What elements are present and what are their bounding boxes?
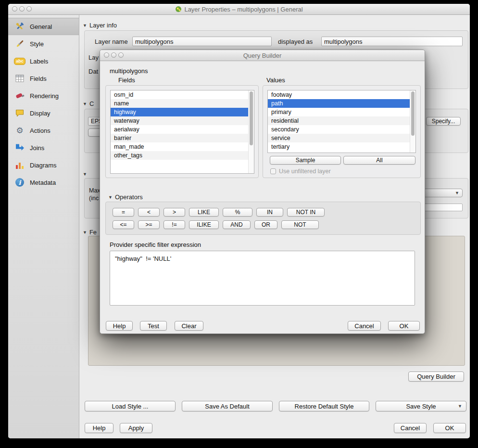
layer-info-section-header[interactable]: ▼ Layer info	[83, 22, 117, 29]
field-list-item[interactable]: other_tags	[111, 151, 248, 160]
field-list-item[interactable]: name	[111, 99, 248, 108]
values-scrollbar[interactable]	[410, 90, 415, 153]
sidebar-item-style[interactable]: Style	[8, 35, 79, 52]
close-button[interactable]	[12, 6, 17, 12]
use-unfiltered-checkbox[interactable]	[270, 168, 276, 174]
all-button[interactable]: All	[343, 156, 415, 165]
dialog-ok-button[interactable]: OK	[388, 321, 420, 331]
operator-not-button[interactable]: NOT	[281, 220, 319, 229]
window-traffic-lights	[12, 6, 32, 12]
bar-chart-icon	[14, 160, 25, 170]
scrollbar-thumb[interactable]	[411, 91, 415, 136]
chevron-down-icon: ▼	[83, 172, 87, 177]
field-list-item[interactable]: barrier	[111, 134, 248, 142]
dialog-title: Query Builder	[243, 52, 281, 59]
save-style-button[interactable]: Save Style ▼	[376, 401, 466, 411]
sidebar-item-label: Fields	[30, 75, 47, 82]
sidebar-item-metadata[interactable]: i Metadata	[8, 174, 79, 191]
help-button[interactable]: Help	[85, 423, 113, 433]
sidebar-item-joins[interactable]: Joins	[8, 139, 79, 156]
value-list-item[interactable]: footway	[268, 90, 410, 99]
operator-in-button[interactable]: IN	[256, 208, 283, 217]
dialog-help-button[interactable]: Help	[106, 321, 133, 331]
restore-default-style-button[interactable]: Restore Default Style	[279, 401, 369, 411]
dialog-titlebar: Query Builder	[100, 50, 425, 61]
desktop: { "window": { "title": "Layer Properties…	[0, 0, 478, 448]
value-list-item[interactable]: primary	[268, 108, 410, 116]
minimize-button[interactable]	[19, 6, 25, 12]
field-list-item[interactable]: waterway	[111, 116, 248, 125]
scale-section-header[interactable]: ▼	[83, 172, 87, 177]
chevron-down-icon: ▼	[83, 23, 87, 28]
operator-percent-button[interactable]: %	[223, 208, 252, 217]
query-builder-button[interactable]: Query Builder	[408, 371, 464, 382]
ok-button[interactable]: OK	[433, 423, 466, 433]
cancel-button[interactable]: Cancel	[394, 423, 427, 433]
dialog-cancel-button[interactable]: Cancel	[348, 321, 381, 331]
field-list-item[interactable]: aerialway	[111, 125, 248, 134]
operators-groupbox: = < > LIKE % IN NOT IN <= >= != ILIKE AN…	[105, 202, 421, 235]
layer-name-input[interactable]	[132, 37, 272, 46]
chevron-down-icon: ▼	[455, 191, 459, 195]
operator-or-button[interactable]: OR	[254, 220, 277, 229]
close-button[interactable]	[104, 52, 109, 58]
features-section-header[interactable]: ▼ Fe	[83, 229, 97, 236]
field-list-item[interactable]: osm_id	[111, 90, 248, 99]
sidebar-item-label: Display	[30, 110, 50, 117]
sample-button[interactable]: Sample	[270, 156, 341, 165]
sidebar-item-fields[interactable]: Fields	[8, 70, 79, 87]
displayed-as-input[interactable]	[321, 37, 463, 46]
value-list-item[interactable]: tertiary	[268, 142, 410, 151]
operator-gte-button[interactable]: >=	[138, 220, 160, 229]
sidebar-item-label: Style	[30, 40, 44, 48]
clear-button[interactable]: Clear	[175, 321, 203, 331]
apply-button[interactable]: Apply	[120, 423, 152, 433]
chevron-down-icon: ▼	[83, 102, 87, 106]
chevron-down-icon: ▼	[83, 230, 87, 235]
sidebar-item-display[interactable]: Display	[8, 104, 79, 122]
zoom-button[interactable]	[26, 6, 32, 12]
operator-neq-button[interactable]: !=	[164, 220, 185, 229]
load-style-button[interactable]: Load Style ...	[85, 401, 176, 411]
window-title: Layer Properties – multipolygons | Gener…	[175, 6, 302, 13]
crs-section-header[interactable]: ▼ C	[83, 100, 94, 107]
sidebar-item-label: Actions	[30, 127, 50, 134]
field-list-item[interactable]: man_made	[111, 142, 248, 151]
scrollbar-thumb[interactable]	[250, 91, 253, 145]
sidebar-item-diagrams[interactable]: Diagrams	[8, 156, 79, 174]
save-as-default-button[interactable]: Save As Default	[182, 401, 273, 411]
operator-gt-button[interactable]: >	[164, 208, 185, 217]
filter-expression-textarea[interactable]: "highway" != 'NULL'	[110, 251, 415, 306]
operator-lt-button[interactable]: <	[138, 208, 160, 217]
field-list-item[interactable]: highway	[111, 108, 248, 116]
minimize-button[interactable]	[111, 52, 116, 58]
fields-list: osm_id name highway waterway aerialway b…	[110, 90, 254, 174]
value-list-item[interactable]: path	[268, 99, 410, 108]
test-button[interactable]: Test	[140, 321, 167, 331]
operator-and-button[interactable]: AND	[223, 220, 251, 229]
sidebar-item-label: Labels	[30, 58, 48, 65]
operator-lte-button[interactable]: <=	[113, 220, 134, 229]
use-unfiltered-row: Use unfiltered layer	[270, 168, 331, 175]
value-list-item[interactable]: secondary	[268, 125, 410, 134]
use-unfiltered-label: Use unfiltered layer	[279, 168, 331, 175]
operators-section-header[interactable]: ▼ Operators	[108, 193, 143, 201]
qgis-icon	[175, 6, 182, 13]
abc-label-icon: abc	[14, 58, 25, 65]
operator-ilike-button[interactable]: ILIKE	[189, 220, 219, 229]
value-list-item[interactable]: service	[268, 134, 410, 142]
specify-crs-button[interactable]: Specify...	[426, 117, 461, 126]
zoom-button[interactable]	[118, 52, 124, 58]
fields-scrollbar[interactable]	[248, 90, 254, 173]
operator-not-in-button[interactable]: NOT IN	[287, 208, 325, 217]
info-icon: i	[15, 178, 24, 187]
operator-equals-button[interactable]: =	[113, 208, 134, 217]
value-list-item[interactable]: residential	[268, 116, 410, 125]
gear-icon: ⚙	[16, 127, 23, 135]
sidebar-item-general[interactable]: General	[8, 18, 79, 35]
sidebar-item-rendering[interactable]: Rendering	[8, 87, 79, 104]
sidebar-item-actions[interactable]: ⚙ Actions	[8, 122, 79, 139]
operator-like-button[interactable]: LIKE	[189, 208, 219, 217]
join-arrow-icon	[14, 142, 25, 153]
sidebar-item-labels[interactable]: abc Labels	[8, 52, 79, 70]
